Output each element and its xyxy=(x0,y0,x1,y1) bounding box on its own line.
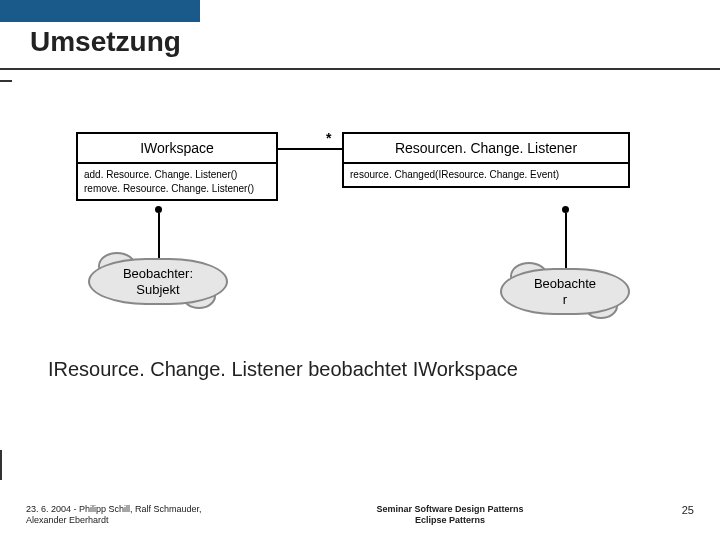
statement-text: IResource. Change. Listener beobachtet I… xyxy=(48,358,518,381)
association-line xyxy=(278,148,342,150)
footer: 23. 6. 2004 - Philipp Schill, Ralf Schma… xyxy=(0,504,720,527)
page-title: Umsetzung xyxy=(30,26,181,58)
note-beobachter: Beobachter xyxy=(500,206,630,315)
uml-operation: remove. Resource. Change. Listener() xyxy=(84,182,270,196)
uml-operation: resource. Changed(IResource. Change. Eve… xyxy=(350,168,622,182)
uml-class-operations: resource. Changed(IResource. Change. Eve… xyxy=(344,164,628,186)
side-tick xyxy=(0,80,12,82)
left-margin-bar xyxy=(0,450,2,480)
note-anchor-line xyxy=(158,213,160,261)
note-beobachter-subjekt: Beobachter:Subjekt xyxy=(88,206,228,305)
title-rule xyxy=(0,68,720,70)
uml-class-resourcechangelistener: Resourcen. Change. Listener resource. Ch… xyxy=(342,132,630,188)
note-anchor-line xyxy=(565,213,567,271)
footer-authors: 23. 6. 2004 - Philipp Schill, Ralf Schma… xyxy=(0,504,260,527)
uml-class-name: IWorkspace xyxy=(78,134,276,164)
header-accent-bar xyxy=(0,0,200,22)
footer-page-number: 25 xyxy=(640,504,720,527)
note-cloud: Beobachter:Subjekt xyxy=(88,258,228,305)
footer-seminar: Seminar Software Design PatternsEclipse … xyxy=(260,504,640,527)
note-anchor-dot xyxy=(562,206,569,213)
uml-class-name: Resourcen. Change. Listener xyxy=(344,134,628,164)
uml-class-operations: add. Resource. Change. Listener() remove… xyxy=(78,164,276,199)
uml-class-iworkspace: IWorkspace add. Resource. Change. Listen… xyxy=(76,132,278,201)
uml-operation: add. Resource. Change. Listener() xyxy=(84,168,270,182)
multiplicity-label: * xyxy=(326,130,331,146)
note-anchor-dot xyxy=(155,206,162,213)
note-cloud: Beobachter xyxy=(500,268,630,315)
